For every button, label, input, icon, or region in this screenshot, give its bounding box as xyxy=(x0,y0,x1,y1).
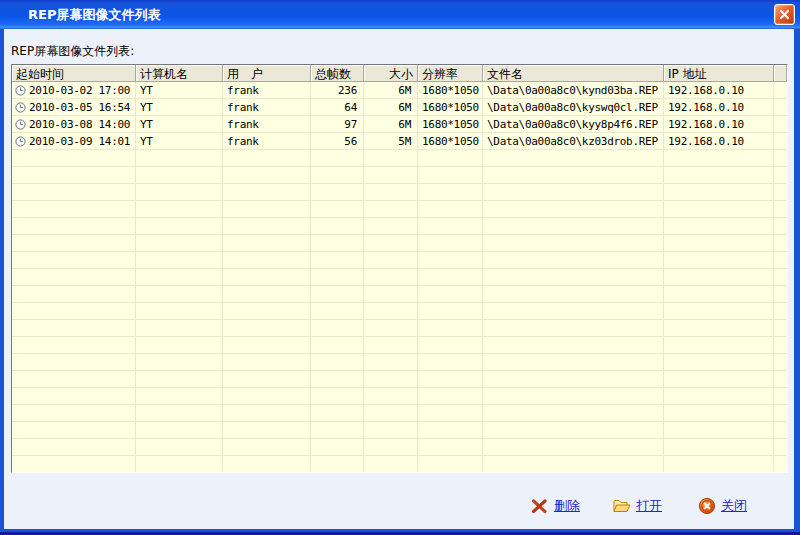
open-button-label: 打开 xyxy=(636,497,662,515)
list-label: REP屏幕图像文件列表: xyxy=(11,43,134,60)
cell-total-frames: 97 xyxy=(311,116,364,133)
close-button-label: 关闭 xyxy=(721,497,747,515)
cell-file-name: \Data\0a00a8c0\kyy8p4f6.REP xyxy=(483,116,664,133)
titlebar[interactable]: REP屏幕图像文件列表 xyxy=(0,0,800,29)
cell-resolution: 1680*1050 xyxy=(418,133,483,150)
column-header-resolution[interactable]: 分辨率 xyxy=(418,65,483,82)
delete-x-icon xyxy=(530,497,549,515)
titlebar-close-button[interactable] xyxy=(774,4,795,25)
cell-resolution: 1680*1050 xyxy=(418,82,483,99)
clock-icon xyxy=(15,102,26,113)
cell-user: frank xyxy=(223,133,311,150)
table-row[interactable]: 2010-03-08 14:00YTfrank976M1680*1050\Dat… xyxy=(12,116,787,133)
dialog-window: REP屏幕图像文件列表 REP屏幕图像文件列表: 起始时间计算机名用 户总帧数大… xyxy=(0,0,800,535)
clock-icon xyxy=(15,119,26,130)
window-title: REP屏幕图像文件列表 xyxy=(0,6,160,24)
cell-total-frames: 236 xyxy=(311,82,364,99)
cell-size: 5M xyxy=(364,133,418,150)
table-header: 起始时间计算机名用 户总帧数大小分辨率文件名IP 地址 xyxy=(12,65,787,82)
column-header-user[interactable]: 用 户 xyxy=(223,65,311,82)
cell-ip-address: 192.168.0.10 xyxy=(664,82,774,99)
table-row[interactable]: 2010-03-09 14:01YTfrank565M1680*1050\Dat… xyxy=(12,133,787,150)
start-time-text: 2010-03-08 14:00 xyxy=(29,118,130,131)
close-circle-icon xyxy=(698,497,716,515)
start-time-text: 2010-03-02 17:00 xyxy=(29,84,130,97)
cell-start-time: 2010-03-08 14:00 xyxy=(12,116,136,133)
cell-ip-address: 192.168.0.10 xyxy=(664,116,774,133)
table-row[interactable]: 2010-03-05 16:54YTfrank646M1680*1050\Dat… xyxy=(12,99,787,116)
cell-resolution: 1680*1050 xyxy=(418,99,483,116)
file-list-table: 起始时间计算机名用 户总帧数大小分辨率文件名IP 地址 2010-03-02 1… xyxy=(11,64,788,473)
cell-user: frank xyxy=(223,116,311,133)
column-header-file-name[interactable]: 文件名 xyxy=(483,65,664,82)
column-header-ip-address[interactable]: IP 地址 xyxy=(664,65,774,82)
dialog-content: REP屏幕图像文件列表: 起始时间计算机名用 户总帧数大小分辨率文件名IP 地址… xyxy=(4,29,794,529)
delete-button[interactable]: 删除 xyxy=(530,497,580,515)
cell-start-time: 2010-03-02 17:00 xyxy=(12,82,136,99)
column-header-filler[interactable] xyxy=(774,65,787,82)
column-header-start-time[interactable]: 起始时间 xyxy=(12,65,136,82)
cell-file-name: \Data\0a00a8c0\kz03drob.REP xyxy=(483,133,664,150)
column-header-total-frames[interactable]: 总帧数 xyxy=(311,65,364,82)
cell-total-frames: 64 xyxy=(311,99,364,116)
column-header-size[interactable]: 大小 xyxy=(364,65,418,82)
cell-file-name: \Data\0a00a8c0\kyswq0cl.REP xyxy=(483,99,664,116)
cell-start-time: 2010-03-09 14:01 xyxy=(12,133,136,150)
cell-ip-address: 192.168.0.10 xyxy=(664,133,774,150)
cell-size: 6M xyxy=(364,99,418,116)
clock-icon xyxy=(15,136,26,147)
cell-file-name: \Data\0a00a8c0\kynd03ba.REP xyxy=(483,82,664,99)
delete-button-label: 删除 xyxy=(554,497,580,515)
start-time-text: 2010-03-05 16:54 xyxy=(29,101,130,114)
cell-filler xyxy=(774,82,787,99)
cell-size: 6M xyxy=(364,82,418,99)
cell-total-frames: 56 xyxy=(311,133,364,150)
open-folder-icon xyxy=(612,498,631,514)
cell-ip-address: 192.168.0.10 xyxy=(664,99,774,116)
cell-user: frank xyxy=(223,99,311,116)
cell-filler xyxy=(774,133,787,150)
column-header-computer-name[interactable]: 计算机名 xyxy=(136,65,223,82)
open-button[interactable]: 打开 xyxy=(612,497,662,515)
cell-filler xyxy=(774,99,787,116)
cell-filler xyxy=(774,116,787,133)
cell-computer-name: YT xyxy=(136,99,223,116)
table-grid-body[interactable]: 2010-03-02 17:00YTfrank2366M1680*1050\Da… xyxy=(12,82,787,472)
cell-computer-name: YT xyxy=(136,82,223,99)
cell-computer-name: YT xyxy=(136,116,223,133)
clock-icon xyxy=(15,85,26,96)
cell-start-time: 2010-03-05 16:54 xyxy=(12,99,136,116)
cell-resolution: 1680*1050 xyxy=(418,116,483,133)
cell-computer-name: YT xyxy=(136,133,223,150)
cell-user: frank xyxy=(223,82,311,99)
cell-size: 6M xyxy=(364,116,418,133)
close-x-icon xyxy=(779,9,790,20)
table-row[interactable]: 2010-03-02 17:00YTfrank2366M1680*1050\Da… xyxy=(12,82,787,99)
close-button[interactable]: 关闭 xyxy=(698,497,747,515)
start-time-text: 2010-03-09 14:01 xyxy=(29,135,130,148)
